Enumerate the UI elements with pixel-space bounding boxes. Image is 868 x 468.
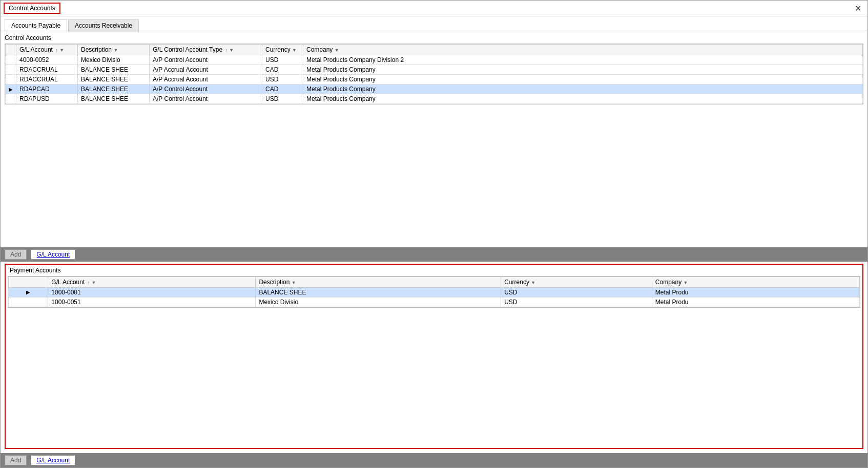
tab-accounts-receivable[interactable]: Accounts Receivable <box>68 19 139 32</box>
control-accounts-row[interactable]: RDACCRUAL BALANCE SHEE A/P Accrual Accou… <box>6 75 863 84</box>
row-company: Metal Products Company Division 2 <box>303 55 863 65</box>
row-arrow <box>6 94 16 104</box>
curr-filter-icon[interactable]: ▼ <box>292 48 297 53</box>
window-title: Control Accounts <box>4 3 60 14</box>
row-company: Metal Products Company <box>303 65 863 75</box>
row-arrow <box>6 55 16 65</box>
payment-accounts-section: Payment Accounts G/L Account ↑ ▼ Des <box>5 264 863 450</box>
control-accounts-row[interactable]: RDAPUSD BALANCE SHEE A/P Control Account… <box>6 94 863 104</box>
close-button[interactable]: ✕ <box>852 4 864 13</box>
control-add-button[interactable]: Add <box>5 249 27 260</box>
spacer-1 <box>1 104 867 245</box>
title-bar: Control Accounts ✕ <box>1 1 867 16</box>
row-arrow <box>9 297 48 307</box>
pay-gl-filter-icon[interactable]: ▼ <box>91 280 96 285</box>
row-currency: CAD <box>262 65 303 75</box>
payment-spacer <box>6 308 862 449</box>
row-currency: USD <box>262 94 303 104</box>
payment-gl-account-button[interactable]: G/L Account <box>31 455 75 465</box>
pay-company-filter-icon[interactable]: ▼ <box>684 280 688 285</box>
row-currency: USD <box>262 75 303 84</box>
control-accounts-section: Control Accounts G/L Account ↑ ▼ Des <box>1 32 867 104</box>
control-accounts-row[interactable]: 4000-0052 Mexico Divisio A/P Control Acc… <box>6 55 863 65</box>
control-accounts-toolbar: Add G/L Account <box>1 247 867 262</box>
type-sort-icon: ↑ <box>225 48 228 53</box>
gl-filter-icon[interactable]: ▼ <box>59 48 64 53</box>
row-currency: USD <box>262 55 303 65</box>
title-bar-left: Control Accounts <box>4 3 60 14</box>
row-gl: 1000-0001 <box>48 287 256 297</box>
row-currency: CAD <box>262 84 303 94</box>
desc-filter-icon[interactable]: ▼ <box>113 48 118 53</box>
row-arrow <box>6 65 16 75</box>
payment-accounts-row[interactable]: 1000-0051 Mexico Divisio USD Metal Produ <box>9 297 860 307</box>
pay-gl-sort-icon: ↑ <box>88 280 90 285</box>
payment-accounts-table: G/L Account ↑ ▼ Description ▼ Currency ▼ <box>8 276 860 307</box>
col-header-desc[interactable]: Description ▼ <box>78 45 150 55</box>
payment-accounts-row[interactable]: ▶ 1000-0001 BALANCE SHEE USD Metal Produ <box>9 287 860 297</box>
type-filter-icon[interactable]: ▼ <box>229 48 234 53</box>
row-company: Metal Produ <box>652 287 859 297</box>
row-desc: BALANCE SHEE <box>78 94 150 104</box>
payment-accounts-table-wrapper: G/L Account ↑ ▼ Description ▼ Currency ▼ <box>8 276 860 308</box>
row-desc: BALANCE SHEE <box>256 287 501 297</box>
row-gl: RDACCRUAL <box>16 65 78 75</box>
row-desc: BALANCE SHEE <box>78 65 150 75</box>
row-arrow <box>6 75 16 84</box>
control-gl-account-button[interactable]: G/L Account <box>31 249 75 260</box>
col-header-indicator <box>6 45 16 55</box>
row-type: A/P Control Account <box>150 94 262 104</box>
row-gl: RDACCRUAL <box>16 75 78 84</box>
main-content: Control Accounts G/L Account ↑ ▼ Des <box>1 32 867 467</box>
pay-curr-filter-icon[interactable]: ▼ <box>531 280 535 285</box>
pay-col-header-gl[interactable]: G/L Account ↑ ▼ <box>48 276 256 287</box>
payment-accounts-toolbar: Add G/L Account <box>1 453 867 467</box>
row-arrow: ▶ <box>6 84 16 94</box>
pay-col-header-desc[interactable]: Description ▼ <box>256 276 501 287</box>
pay-col-header-currency[interactable]: Currency ▼ <box>501 276 652 287</box>
row-company: Metal Products Company <box>303 75 863 84</box>
row-company: Metal Products Company <box>303 94 863 104</box>
pay-col-header-company[interactable]: Company ▼ <box>652 276 859 287</box>
col-header-gl[interactable]: G/L Account ↑ ▼ <box>16 45 78 55</box>
payment-accounts-title: Payment Accounts <box>6 265 862 276</box>
row-desc: BALANCE SHEE <box>78 75 150 84</box>
row-type: A/P Control Account <box>150 55 262 65</box>
row-desc: Mexico Divisio <box>78 55 150 65</box>
control-accounts-table: G/L Account ↑ ▼ Description ▼ G/L Contro… <box>5 44 863 104</box>
col-header-type[interactable]: G/L Control Account Type ↑ ▼ <box>150 45 262 55</box>
control-accounts-row[interactable]: RDACCRUAL BALANCE SHEE A/P Accrual Accou… <box>6 65 863 75</box>
row-company: Metal Produ <box>652 297 859 307</box>
control-accounts-table-wrapper: G/L Account ↑ ▼ Description ▼ G/L Contro… <box>5 44 863 104</box>
control-accounts-header-row: G/L Account ↑ ▼ Description ▼ G/L Contro… <box>6 45 863 55</box>
pay-col-header-indicator <box>9 276 48 287</box>
row-gl: 4000-0052 <box>16 55 78 65</box>
main-window: Control Accounts ✕ Accounts Payable Acco… <box>0 0 868 468</box>
row-currency: USD <box>501 287 652 297</box>
payment-accounts-header-row: G/L Account ↑ ▼ Description ▼ Currency ▼ <box>9 276 860 287</box>
tabs-row: Accounts Payable Accounts Receivable <box>1 16 867 32</box>
row-desc: BALANCE SHEE <box>78 84 150 94</box>
gl-sort-icon: ↑ <box>55 48 58 53</box>
col-header-company[interactable]: Company ▼ <box>303 45 863 55</box>
row-company: Metal Products Company <box>303 84 863 94</box>
row-gl: RDAPCAD <box>16 84 78 94</box>
tab-accounts-payable[interactable]: Accounts Payable <box>5 19 67 32</box>
row-currency: USD <box>501 297 652 307</box>
col-header-currency[interactable]: Currency ▼ <box>262 45 303 55</box>
row-type: A/P Accrual Account <box>150 75 262 84</box>
control-accounts-title: Control Accounts <box>1 32 867 44</box>
company-filter-icon[interactable]: ▼ <box>335 48 339 53</box>
control-accounts-row[interactable]: ▶ RDAPCAD BALANCE SHEE A/P Control Accou… <box>6 84 863 94</box>
payment-add-button[interactable]: Add <box>5 455 27 465</box>
row-type: A/P Accrual Account <box>150 65 262 75</box>
row-gl: RDAPUSD <box>16 94 78 104</box>
row-desc: Mexico Divisio <box>256 297 501 307</box>
row-arrow: ▶ <box>9 287 48 297</box>
row-gl: 1000-0051 <box>48 297 256 307</box>
row-type: A/P Control Account <box>150 84 262 94</box>
pay-desc-filter-icon[interactable]: ▼ <box>292 280 296 285</box>
